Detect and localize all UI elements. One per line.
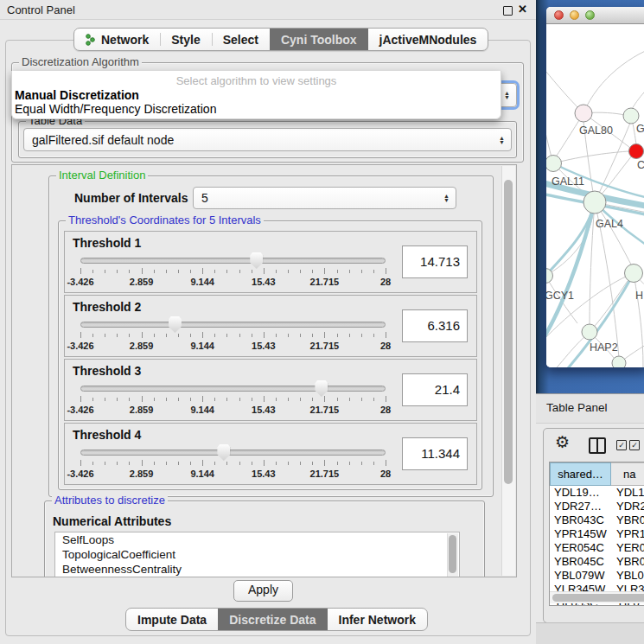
numerical-attributes-list[interactable]: SelfLoopsTopologicalCoefficientBetweenne… <box>54 532 460 577</box>
bottom-tabbar: Impute Data Discretize Data Infer Networ… <box>125 608 428 631</box>
slider-thumb[interactable] <box>315 380 328 397</box>
column-header-name[interactable]: na <box>611 462 644 486</box>
node-label: GAL80 <box>579 124 613 137</box>
close-icon[interactable]: ✕ <box>518 3 527 16</box>
network-node[interactable] <box>612 356 626 367</box>
number-of-intervals-combobox[interactable]: 5 ▲▼ <box>193 187 456 209</box>
threshold-value-field[interactable]: 14.713 <box>402 245 468 278</box>
right-panel: GAL80G.CGAL11GAL4GCY1HHAP2 Table Panel ⚙… <box>536 0 644 644</box>
apply-button[interactable]: Apply <box>233 580 293 602</box>
gear-icon[interactable]: ⚙ <box>555 432 570 452</box>
table-row[interactable]: YER054CYER0 <box>550 541 644 555</box>
float-window-icon[interactable] <box>503 6 513 16</box>
table-row[interactable]: YBR045CYBR0 <box>550 555 644 569</box>
threshold-slider[interactable]: -3.4262.8599.14415.4321.71528 <box>80 256 386 287</box>
threshold-slider[interactable]: -3.4262.8599.14415.4321.71528 <box>80 384 386 415</box>
network-node[interactable] <box>546 156 562 172</box>
tab-network[interactable]: Network <box>74 29 160 50</box>
table-toolbar: ⚙ ✓ ✓ <box>544 429 644 460</box>
slider-track[interactable] <box>80 450 386 456</box>
table-header: shared… na <box>550 462 644 486</box>
table-data-combobox[interactable]: galFiltered.sif default node ▲▼ <box>23 128 512 151</box>
table-row[interactable]: YPR145WYPR1 <box>550 527 644 541</box>
slider-thumb[interactable] <box>250 252 263 269</box>
tab-impute-data[interactable]: Impute Data <box>126 609 218 630</box>
table-row[interactable]: YDR27…YDR2 <box>550 500 644 513</box>
table-row[interactable]: YBL079WYBL0 <box>550 569 644 583</box>
threshold-value-field[interactable]: 11.344 <box>402 437 468 470</box>
attribute-item[interactable]: BetweennessCentrality <box>55 562 459 577</box>
threshold-value-field[interactable]: 21.4 <box>402 373 468 406</box>
table-rows: YDL19…YDL1YDR27…YDR2YBR043CYBR0YPR145WYP… <box>550 486 644 606</box>
tab-style[interactable]: Style <box>160 29 211 50</box>
threshold-value-field[interactable]: 6.316 <box>402 309 468 342</box>
scrollbar-thumb[interactable] <box>552 594 644 602</box>
slider-ticks <box>80 268 386 275</box>
table-row[interactable]: YDL19…YDL1 <box>550 486 644 500</box>
network-graph: GAL80G.CGAL11GAL4GCY1HHAP2 <box>546 24 644 367</box>
slider-track[interactable] <box>80 258 386 264</box>
combo-stepper-icon: ▲▼ <box>443 194 450 202</box>
threshold-panel: Threshold 4 -3.4262.8599.14415.4321.7152… <box>64 423 477 485</box>
select-all-checkbox-icon[interactable]: ✓ <box>616 440 627 450</box>
slider-thumb[interactable] <box>217 444 230 461</box>
tab-label: Select <box>223 33 258 47</box>
slider-tick-labels: -3.4262.8599.14415.4321.71528 <box>80 405 386 415</box>
dropdown-prompt: Select algorithm to view settings <box>12 74 501 87</box>
combo-stepper-icon: ▲▼ <box>504 91 510 99</box>
node-attribute-table[interactable]: shared… na YDL19…YDL1YDR27…YDR2YBR043CYB… <box>549 462 644 606</box>
network-node[interactable] <box>629 144 644 159</box>
column-header-shared-name[interactable]: shared… <box>550 462 611 486</box>
tab-infer-network[interactable]: Infer Network <box>328 609 427 630</box>
dropdown-item[interactable]: Manual Discretization <box>15 88 139 102</box>
tab-label: jActiveMNodules <box>379 33 477 47</box>
zoom-traffic-light-icon[interactable] <box>585 10 595 20</box>
network-node[interactable] <box>583 191 606 214</box>
network-node[interactable] <box>582 324 597 340</box>
slider-ticks <box>80 332 386 339</box>
node-label: G. <box>636 123 644 135</box>
table-panel-titlebar: Table Panel <box>536 393 644 424</box>
tab-label: Network <box>101 33 149 47</box>
network-node[interactable] <box>625 265 643 283</box>
tab-jactivemnodules[interactable]: jActiveMNodules <box>368 29 488 50</box>
table-row[interactable]: YBR043CYBR0 <box>550 513 644 527</box>
network-icon <box>86 34 96 46</box>
attribute-item[interactable]: TopologicalCoefficient <box>55 547 459 562</box>
slider-tick-labels: -3.4262.8599.14415.4321.71528 <box>80 469 386 479</box>
table-panel: ⚙ ✓ ✓ shared… na YDL19…YDL1YDR27…YDR2YBR… <box>543 428 644 623</box>
network-node[interactable] <box>575 105 592 122</box>
top-tabbar: Network Style Select Cyni Toolbox jActiv… <box>73 28 488 51</box>
slider-ticks <box>80 460 386 467</box>
table-horizontal-scrollbar[interactable] <box>550 591 644 603</box>
tab-select[interactable]: Select <box>212 29 270 50</box>
network-view-window[interactable]: GAL80G.CGAL11GAL4GCY1HHAP2 <box>546 7 644 367</box>
attributes-scrollbar[interactable] <box>447 533 458 577</box>
deselect-all-checkbox-icon[interactable]: ✓ <box>629 440 640 450</box>
attribute-item[interactable]: SelfLoops <box>55 532 459 547</box>
minimize-traffic-light-icon[interactable] <box>570 10 579 20</box>
tab-cyni-toolbox[interactable]: Cyni Toolbox <box>270 29 368 50</box>
settings-scrollbar[interactable] <box>501 166 515 576</box>
network-node[interactable] <box>623 108 639 124</box>
close-traffic-light-icon[interactable] <box>554 10 564 20</box>
combo-stepper-icon: ▲▼ <box>499 136 505 144</box>
threshold-slider[interactable]: -3.4262.8599.14415.4321.71528 <box>80 320 386 351</box>
column-layout-icon[interactable] <box>589 437 606 454</box>
scrollbar-thumb[interactable] <box>449 535 456 573</box>
slider-thumb[interactable] <box>169 316 182 333</box>
combo-value: galFiltered.sif default node <box>32 133 174 147</box>
threshold-label: Threshold 1 <box>73 236 141 250</box>
scrollbar-thumb[interactable] <box>504 180 513 484</box>
network-canvas[interactable]: GAL80G.CGAL11GAL4GCY1HHAP2 <box>546 24 644 367</box>
dropdown-item[interactable]: Equal Width/Frequency Discretization <box>15 102 216 116</box>
group-title: Interval Definition <box>56 169 148 182</box>
group-title: Threshold's Coordinates for 5 Intervals <box>66 214 264 226</box>
tab-discretize-data[interactable]: Discretize Data <box>218 609 327 630</box>
slider-track[interactable] <box>80 386 386 392</box>
threshold-slider[interactable]: -3.4262.8599.14415.4321.71528 <box>80 448 386 479</box>
tab-label: Cyni Toolbox <box>281 33 357 47</box>
settings-scrollpane: Interval Definition Number of Intervals … <box>11 164 517 577</box>
tab-label: Impute Data <box>137 613 207 627</box>
slider-track[interactable] <box>80 322 386 328</box>
